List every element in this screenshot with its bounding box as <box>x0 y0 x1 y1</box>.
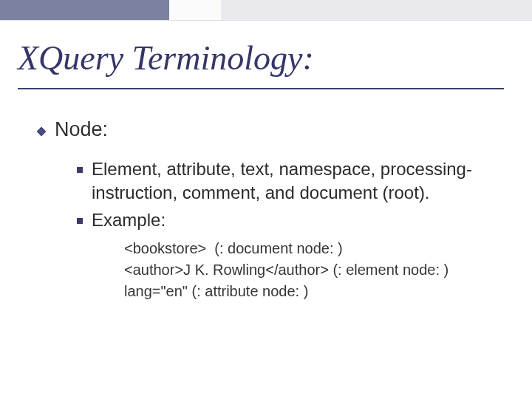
slide: XQuery Terminology: Node: Element, attri… <box>0 0 532 399</box>
bullet-level1: Node: <box>37 118 510 141</box>
level1-label: Node: <box>55 118 108 141</box>
title-underline <box>18 88 504 89</box>
topbar-seg-grey <box>221 0 532 20</box>
slide-title: XQuery Terminology: <box>18 38 314 78</box>
diamond-icon <box>37 126 46 134</box>
slide-body: Node: Element, attribute, text, namespac… <box>37 118 510 302</box>
topbar-seg-dark <box>0 0 169 20</box>
square-bullet-icon <box>77 218 83 224</box>
level2-item-0: Element, attribute, text, namespace, pro… <box>92 157 510 204</box>
topbar-seg-light <box>169 0 221 20</box>
divider-line <box>0 20 532 21</box>
decorative-top-bar <box>0 0 532 20</box>
bullet-level2: Element, attribute, text, namespace, pro… <box>77 157 510 204</box>
bullet-level2: Example: <box>77 208 510 232</box>
svg-rect-0 <box>37 127 45 135</box>
example-line: <bookstore> (: document node: ) <box>124 238 510 259</box>
example-block: <bookstore> (: document node: ) <author>… <box>124 238 510 302</box>
level2-item-1: Example: <box>92 208 166 232</box>
example-line: <author>J K. Rowling</author> (: element… <box>124 259 510 281</box>
example-line: lang="en" (: attribute node: ) <box>124 281 510 302</box>
square-bullet-icon <box>77 167 83 173</box>
